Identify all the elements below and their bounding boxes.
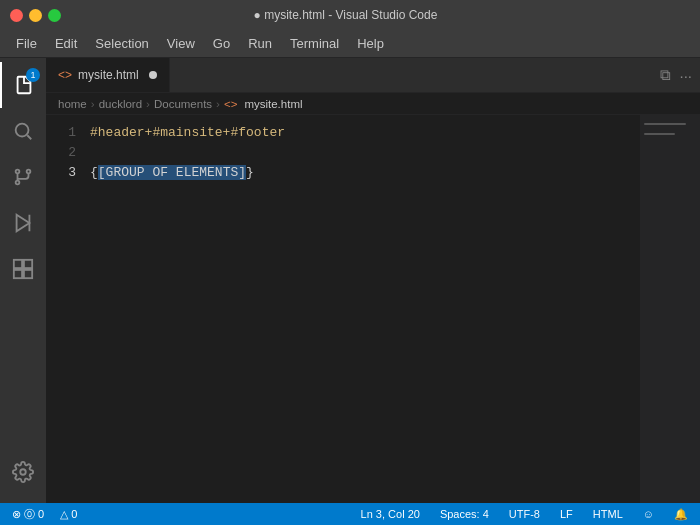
warning-count[interactable]: △ 0	[56, 503, 81, 525]
cursor-position[interactable]: Ln 3, Col 20	[357, 503, 424, 525]
warning-count-text: 0	[71, 508, 77, 520]
code-editor[interactable]: 1 2 3 #header+#mainsite+#footer {[GROUP …	[46, 115, 700, 503]
svg-rect-8	[14, 260, 22, 268]
html-file-icon: <>	[58, 68, 72, 82]
maximize-button[interactable]	[48, 9, 61, 22]
editor-tab[interactable]: <> mysite.html	[46, 58, 170, 92]
tab-filename: mysite.html	[78, 68, 139, 82]
svg-rect-9	[24, 260, 32, 268]
language-mode[interactable]: HTML	[589, 503, 627, 525]
status-bar-right: Ln 3, Col 20 Spaces: 4 UTF-8 LF HTML ☺ 🔔	[357, 503, 692, 525]
title-bar: ● mysite.html - Visual Studio Code	[0, 0, 700, 30]
warning-icon: △	[60, 508, 68, 521]
svg-rect-10	[14, 270, 22, 278]
more-actions-icon[interactable]: ···	[679, 67, 692, 84]
line-number-3: 3	[46, 163, 76, 183]
breadcrumb: home › ducklord › Documents › <> mysite.…	[46, 93, 700, 115]
indentation[interactable]: Spaces: 4	[436, 503, 493, 525]
menu-selection[interactable]: Selection	[87, 33, 156, 54]
minimize-button[interactable]	[29, 9, 42, 22]
menu-terminal[interactable]: Terminal	[282, 33, 347, 54]
status-bar: ⊗ ⓪ 0 △ 0 Ln 3, Col 20 Spaces: 4 UTF-8 L…	[0, 503, 700, 525]
menu-run[interactable]: Run	[240, 33, 280, 54]
svg-point-3	[27, 170, 31, 174]
explorer-badge: 1	[26, 68, 40, 82]
menu-edit[interactable]: Edit	[47, 33, 85, 54]
close-button[interactable]	[10, 9, 23, 22]
error-icon: ⊗	[12, 508, 21, 521]
line-ending[interactable]: LF	[556, 503, 577, 525]
error-count-text: ⓪ 0	[24, 507, 44, 522]
extensions-icon[interactable]	[0, 246, 46, 292]
minimap-line	[644, 123, 686, 125]
code-content[interactable]: #header+#mainsite+#footer {[GROUP OF ELE…	[86, 115, 640, 503]
svg-point-2	[16, 170, 20, 174]
code-line-1: #header+#mainsite+#footer	[90, 123, 640, 143]
error-count[interactable]: ⊗ ⓪ 0	[8, 503, 48, 525]
code-line-3: {[GROUP OF ELEMENTS]}	[90, 163, 640, 183]
run-debug-icon[interactable]	[0, 200, 46, 246]
activity-bar: 1	[0, 58, 46, 503]
feedback-icon[interactable]: ☺	[639, 503, 658, 525]
breadcrumb-filename[interactable]: mysite.html	[244, 98, 302, 110]
menu-go[interactable]: Go	[205, 33, 238, 54]
main-layout: 1	[0, 58, 700, 503]
scrollbar-minimap[interactable]	[640, 115, 700, 503]
minimap-content	[640, 115, 700, 143]
line-numbers: 1 2 3	[46, 115, 86, 503]
menu-help[interactable]: Help	[349, 33, 392, 54]
settings-icon[interactable]	[0, 449, 46, 495]
source-control-icon[interactable]	[0, 154, 46, 200]
editor-area: <> mysite.html ⧉ ··· home › ducklord › D…	[46, 58, 700, 503]
status-bar-left: ⊗ ⓪ 0 △ 0	[8, 503, 81, 525]
breadcrumb-home[interactable]: home	[58, 98, 87, 110]
encoding-text: UTF-8	[509, 508, 540, 520]
notification-icon[interactable]: 🔔	[670, 503, 692, 525]
tab-right-icons: ⧉ ···	[660, 58, 700, 92]
breadcrumb-ducklord[interactable]: ducklord	[99, 98, 142, 110]
line-number-1: 1	[46, 123, 76, 143]
search-activity-icon[interactable]	[0, 108, 46, 154]
indentation-text: Spaces: 4	[440, 508, 489, 520]
encoding[interactable]: UTF-8	[505, 503, 544, 525]
window-title: ● mysite.html - Visual Studio Code	[61, 8, 630, 22]
language-text: HTML	[593, 508, 623, 520]
activity-bar-bottom	[0, 449, 46, 495]
svg-point-0	[16, 124, 29, 137]
split-editor-icon[interactable]: ⧉	[660, 66, 671, 84]
svg-line-1	[27, 135, 31, 139]
explorer-icon[interactable]: 1	[0, 62, 46, 108]
menu-file[interactable]: File	[8, 33, 45, 54]
tab-bar: <> mysite.html ⧉ ···	[46, 58, 700, 93]
svg-marker-6	[17, 215, 30, 232]
svg-point-12	[20, 469, 26, 475]
menu-view[interactable]: View	[159, 33, 203, 54]
line-ending-text: LF	[560, 508, 573, 520]
cursor-position-text: Ln 3, Col 20	[361, 508, 420, 520]
minimap-line	[644, 133, 675, 135]
svg-point-4	[16, 181, 20, 185]
breadcrumb-file-icon: <>	[224, 98, 237, 110]
breadcrumb-documents[interactable]: Documents	[154, 98, 212, 110]
window-controls[interactable]	[10, 9, 61, 22]
tab-modified-dot	[149, 71, 157, 79]
svg-rect-11	[24, 270, 32, 278]
menu-bar: File Edit Selection View Go Run Terminal…	[0, 30, 700, 58]
code-line-2	[90, 143, 640, 163]
line-number-2: 2	[46, 143, 76, 163]
